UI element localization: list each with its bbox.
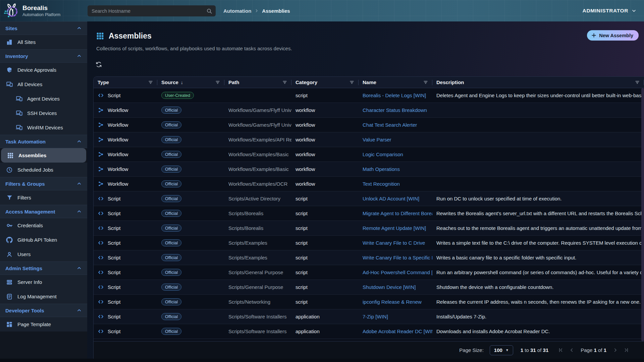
next-page-button[interactable] <box>612 347 618 353</box>
sidebar-item-scheduled-jobs[interactable]: Scheduled Jobs <box>0 163 87 177</box>
page-size-label: Page Size: <box>459 347 484 353</box>
sidebar-item-filters[interactable]: Filters <box>0 190 87 205</box>
assembly-link[interactable]: Write Canary File to a Specific F <box>363 255 432 260</box>
sidebar-item-server-info[interactable]: Server Info <box>0 275 87 289</box>
page-size-select[interactable]: 100 ▼ <box>490 345 513 355</box>
table-row[interactable]: WorkflowOfficialWorkflows/Examples/API R… <box>94 132 644 147</box>
path-cell: Scripts/Software Installers <box>224 328 291 334</box>
sidebar-section-developer-tools[interactable]: Developer Tools <box>0 304 87 317</box>
source-cell: Official <box>157 225 224 232</box>
table-row[interactable]: WorkflowOfficialWorkflows/Examples/Basic… <box>94 162 644 177</box>
source-cell: Official <box>157 254 224 261</box>
table-row[interactable]: ScriptOfficialScripts/ExamplesscriptWrit… <box>94 250 644 265</box>
sidebar-section-label: Task Automation <box>5 139 46 144</box>
assembly-link[interactable]: Borealis - Delete Logs [WIN] <box>363 93 426 98</box>
refresh-button[interactable] <box>95 61 102 68</box>
first-page-button[interactable] <box>558 347 564 353</box>
category-cell: script <box>291 93 359 98</box>
assembly-link[interactable]: Migrate Agent to Different Borea <box>363 210 432 216</box>
sidebar-section-inventory[interactable]: Inventory <box>0 49 87 63</box>
name-cell: Borealis - Delete Logs [WIN] <box>359 93 432 98</box>
source-cell: Official <box>157 151 224 158</box>
category-cell: application <box>291 314 359 319</box>
type-label: Script <box>108 299 120 305</box>
table-row[interactable]: ScriptOfficialScripts/ExamplesscriptWrit… <box>94 236 644 250</box>
assembly-link[interactable]: Remote Agent Update [WIN] <box>363 225 426 231</box>
sidebar-item-users[interactable]: Users <box>0 247 87 261</box>
filter-icon[interactable] <box>148 80 153 85</box>
sidebar-item-winrm-devices[interactable]: WinRM Devices <box>0 120 87 135</box>
table-row[interactable]: WorkflowOfficialWorkflows/Games/Flyff Un… <box>94 103 644 118</box>
breadcrumb-assemblies[interactable]: Assemblies <box>262 8 290 14</box>
sidebar: SitesAll SitesInventoryDevice ApprovalsA… <box>0 21 87 362</box>
search-icon[interactable] <box>206 8 212 14</box>
assembly-link[interactable]: 7-Zip [WIN] <box>363 314 388 319</box>
table-row[interactable]: WorkflowOfficialWorkflows/Examples/Basic… <box>94 147 644 162</box>
assembly-link[interactable]: Chat Text Search Alerter <box>363 122 417 128</box>
column-header-description: Description <box>432 77 644 88</box>
table-row[interactable]: ScriptOfficialScripts/BorealisscriptRemo… <box>94 221 644 236</box>
table-row[interactable]: ScriptOfficialScripts/BorealisscriptMigr… <box>94 206 644 221</box>
filter-icon[interactable] <box>423 80 428 85</box>
sidebar-item-agent-devices[interactable]: Agent Devices <box>0 92 87 106</box>
assembly-link[interactable]: Text Recognition <box>363 181 400 187</box>
filter-icon[interactable] <box>349 80 355 85</box>
name-cell: Value Parser <box>359 137 432 142</box>
assembly-link[interactable]: Shutdown Device [WIN] <box>363 284 416 290</box>
brand-subtitle: Automation Platform <box>22 12 60 17</box>
sidebar-item-device-approvals[interactable]: Device Approvals <box>0 63 87 77</box>
assembly-link[interactable]: Write Canary File to C Drive <box>363 240 425 246</box>
sidebar-item-log-management[interactable]: Log Management <box>0 289 87 304</box>
table-row[interactable]: ScriptOfficialScripts/Networkingscriptip… <box>94 295 644 309</box>
breadcrumb-automation[interactable]: Automation <box>223 8 251 14</box>
table-row[interactable]: ScriptOfficialScripts/General Purposescr… <box>94 280 644 295</box>
sidebar-item-all-sites[interactable]: All Sites <box>0 35 87 49</box>
user-menu-button[interactable]: ADMINISTRATOR <box>583 0 637 21</box>
assembly-link[interactable]: Character Status Breakdown <box>363 107 427 113</box>
brand[interactable]: Borealis Automation Platform <box>3 3 60 18</box>
previous-page-button[interactable] <box>569 347 575 353</box>
sidebar-section-sites[interactable]: Sites <box>0 21 87 35</box>
sidebar-section-admin-settings[interactable]: Admin Settings <box>0 261 87 275</box>
category-cell: script <box>291 255 359 260</box>
table-row[interactable]: ScriptOfficialScripts/General Purposescr… <box>94 265 644 280</box>
table-row[interactable]: ScriptOfficialScripts/Software Installer… <box>94 309 644 324</box>
sidebar-section-access-management[interactable]: Access Management <box>0 205 87 218</box>
description-cell: Installs/Updates 7-Zip. <box>432 314 644 319</box>
filter-icon[interactable] <box>635 80 640 85</box>
sidebar-section-task-automation[interactable]: Task Automation <box>0 135 87 148</box>
table-row[interactable]: ScriptUser-CreatedscriptBorealis - Delet… <box>94 88 644 103</box>
sidebar-section-filters-groups[interactable]: Filters & Groups <box>0 177 87 190</box>
category-cell: script <box>291 225 359 231</box>
assembly-link[interactable]: Math Operations <box>363 166 400 172</box>
filter-icon[interactable] <box>282 80 287 85</box>
sidebar-item-all-devices[interactable]: All Devices <box>0 77 87 92</box>
assembly-link[interactable]: ipconfig Release & Renew <box>363 299 422 305</box>
sort-descending-icon[interactable]: ↓ <box>181 80 183 85</box>
sidebar-item-label: Page Template <box>17 321 51 327</box>
table-scrollbar[interactable] <box>641 88 644 341</box>
new-assembly-button[interactable]: New Assembly <box>587 30 639 41</box>
source-badge: Official <box>161 254 181 261</box>
table-row[interactable]: WorkflowOfficialWorkflows/Examples/OCRwo… <box>94 177 644 191</box>
table-row[interactable]: WorkflowOfficialWorkflows/Games/Flyff Un… <box>94 118 644 132</box>
name-cell: Text Recognition <box>359 181 432 187</box>
type-label: Script <box>108 196 120 201</box>
sidebar-item-page-template[interactable]: Page Template <box>0 317 87 331</box>
assembly-link[interactable]: Adobe Acrobat Reader DC [WIN <box>363 328 432 334</box>
sidebar-section-label: Access Management <box>5 209 55 215</box>
assembly-link[interactable]: Value Parser <box>363 137 391 142</box>
sidebar-item-ssh-devices[interactable]: SSH Devices <box>0 106 87 120</box>
sidebar-item-assemblies[interactable]: Assemblies <box>1 148 86 163</box>
table-row[interactable]: ScriptOfficialScripts/Active Directorysc… <box>94 191 644 206</box>
table-row[interactable]: ScriptOfficialScripts/Software Installer… <box>94 324 644 339</box>
sidebar-item-credentials[interactable]: Credentials <box>0 218 87 233</box>
last-page-button[interactable] <box>624 347 629 353</box>
filter-icon[interactable] <box>215 80 220 85</box>
sidebar-item-github-api-token[interactable]: GitHub API Token <box>0 233 87 247</box>
assembly-link[interactable]: Logic Comparison <box>363 152 403 157</box>
assembly-link[interactable]: Ad-Hoc Powershell Command [W <box>363 269 432 275</box>
assembly-link[interactable]: Unlock AD Account [WIN] <box>363 196 419 201</box>
search-input[interactable] <box>88 8 206 14</box>
name-cell: Unlock AD Account [WIN] <box>359 196 432 201</box>
